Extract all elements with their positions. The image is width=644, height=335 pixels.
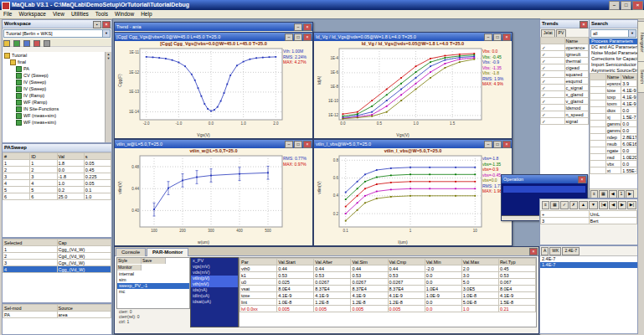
tree-item[interactable]: WF (meas+sim) — [3, 119, 106, 126]
save-icon[interactable] — [23, 40, 30, 47]
close-icon[interactable]: × — [529, 248, 538, 255]
search-pager-button[interactable]: ▦ — [599, 190, 608, 198]
table-row[interactable]: 3Bert — [541, 218, 637, 224]
column-header[interactable]: Rel.Typ — [498, 259, 535, 265]
table-row[interactable]: toxm4.1E-9 — [590, 100, 637, 107]
quickbar-button[interactable]: ✗ — [569, 201, 578, 209]
table-row[interactable]: lvl 0.0xx0.0050.0050.0050.0050.01.00.21 — [240, 306, 536, 312]
trend-strip-titlebar[interactable]: Trend - ania – × — [115, 23, 312, 31]
table-row[interactable]: toxe4.1E-94.1E-94.1E-94.1E-91.0E-91.0E-8… — [240, 292, 536, 299]
table-row[interactable]: vth00.440.440.440.44-2.02.00.45 — [240, 265, 536, 272]
signal-item[interactable]: vgs(mV) — [191, 264, 238, 270]
quickbar-button[interactable]: ▶ — [618, 201, 626, 209]
style-item[interactable]: swexp_PV_-1 — [117, 283, 189, 289]
operation-row[interactable] — [503, 186, 585, 193]
plot-canvas[interactable]: 1E-121E-101E-81E-61E-40.00.51.01.5 — [322, 47, 483, 127]
close-icon[interactable]: × — [303, 34, 312, 41]
trends-header[interactable]: Trends × — [540, 20, 589, 28]
table-row[interactable]: ✓n_speed — [541, 111, 589, 118]
value-item[interactable]: 1.4E-7 — [540, 262, 637, 268]
minimize-button[interactable]: – — [609, 1, 620, 10]
table-row[interactable]: xj1.5E-7 — [590, 114, 637, 121]
style-item[interactable]: mc — [117, 289, 189, 295]
close-icon[interactable]: × — [580, 21, 588, 28]
signal-item[interactable]: idsat(uA) — [191, 299, 238, 305]
console-status-line[interactable]: ctrl: 1 — [117, 319, 189, 324]
column-header[interactable]: Val.Sim — [351, 259, 388, 265]
table-row[interactable]: ✓igmeult — [541, 51, 589, 58]
refresh-icon[interactable] — [44, 40, 50, 47]
table-row[interactable]: epsrox3.9 — [590, 80, 637, 87]
signal-item[interactable]: vds(mV) — [191, 270, 238, 276]
column-header[interactable]: Save — [142, 258, 166, 264]
column-header[interactable]: Value — [621, 74, 637, 80]
column-header[interactable]: Val.Max — [461, 259, 498, 265]
table-row[interactable]: 111.80.05 — [3, 160, 111, 167]
table-row[interactable]: 220.00.45 — [3, 167, 111, 173]
sidebar-tab-navigator[interactable]: Navigator — [637, 21, 644, 64]
table-row[interactable]: ✓v_glamd — [541, 98, 589, 105]
maximize-button[interactable]: □ — [621, 1, 631, 10]
values-toolbar-button[interactable]: A — [541, 247, 549, 255]
signal-item[interactable]: ids(nA) — [191, 287, 238, 293]
column-header[interactable] — [590, 74, 606, 80]
quickbar-button[interactable]: ✓ — [560, 201, 569, 209]
plot-area[interactable]: [Cgg] Cgg_Vgs@vbs=0.0@W=45.0 L=45.0 T=25… — [115, 41, 312, 138]
console-tab[interactable]: PAR-Monitor — [147, 248, 188, 256]
column-header[interactable]: Par — [240, 259, 277, 265]
table-row[interactable]: ✓c_signal — [541, 85, 589, 91]
column-header[interactable]: Name — [564, 38, 589, 44]
table-row[interactable]: ✓operance — [541, 44, 589, 51]
table-row[interactable]: toxe4.1E-9 — [590, 87, 637, 94]
app-titlebar[interactable]: MaQLab V3.1 - C:\MaQLab\DemoSetup\OrTuto… — [0, 0, 644, 10]
plot-canvas[interactable]: 0.20.40.60.80.1110 — [322, 154, 483, 234]
signal-item[interactable]: x_PV — [191, 258, 238, 264]
table-row[interactable]: u00.0250.02670.02670.02670.05.00.067 — [240, 279, 536, 286]
minimize-icon[interactable]: – — [294, 23, 302, 31]
style-item[interactable]: internal — [117, 271, 189, 277]
search-filter-select[interactable]: all ▼ — [590, 29, 636, 38]
table-row[interactable]: nsub6.0E16 — [590, 141, 637, 147]
maximize-icon[interactable]: □ — [493, 34, 502, 41]
table-row[interactable]: vbx0.0 — [590, 161, 637, 168]
quickbar-button[interactable]: ▲ — [579, 201, 588, 209]
search-pager-button[interactable]: 1 — [618, 190, 626, 198]
table-row[interactable]: nsd1.0E20 — [590, 154, 637, 161]
menu-item[interactable]: Utilities — [68, 10, 92, 18]
plot-canvas[interactable]: 0.400.440.48100200300400500 — [123, 154, 284, 234]
pasweep-header[interactable]: PASweep — [3, 144, 111, 152]
signal-item[interactable]: vtlin(pV) — [191, 276, 238, 281]
quickbar-button[interactable]: ▶| — [627, 201, 636, 209]
column-header[interactable]: ID — [30, 153, 57, 160]
quickbar-button[interactable]: |◀ — [599, 201, 608, 209]
quickbar-button[interactable]: ▼ — [589, 201, 598, 209]
tree-item[interactable]: WF (meas+sim) — [3, 112, 106, 119]
search-category[interactable]: Corrections for Capacitance and Dep — [590, 56, 637, 62]
tree-item[interactable]: PA — [3, 65, 106, 72]
quickbar-button[interactable]: ▦ — [550, 201, 559, 209]
search-category[interactable]: Noise Model Parameters — [590, 50, 637, 56]
table-row[interactable]: 6625.01.0 — [3, 193, 111, 200]
plot-window-titlebar[interactable]: vtlin_l_vbs@W=5.0,T=25.0 –□× — [314, 140, 512, 148]
column-header[interactable]: Monitor — [117, 265, 142, 271]
column-header[interactable]: # — [3, 153, 30, 160]
column-header[interactable]: s — [84, 153, 111, 160]
close-icon[interactable]: × — [502, 141, 511, 148]
plot-area[interactable]: vtlin_w@L=5.0,T=25.0 0.400.440.481002003… — [115, 148, 312, 245]
column-header[interactable]: Val.Cmp — [388, 259, 425, 265]
tree-item[interactable]: IN Site-Functions — [3, 106, 106, 112]
table-row[interactable]: toxp4.1E-9 — [590, 94, 637, 100]
search-category[interactable]: DC and AC Parameters — [590, 44, 637, 50]
table-row[interactable]: gamma20.0 — [590, 127, 637, 134]
chevron-down-icon[interactable]: ▼ — [102, 30, 110, 37]
tree-item[interactable]: IV (Sweep) — [3, 79, 106, 85]
workspace-selector[interactable]: Tutorial [Berlin + WKS] ▼ — [3, 29, 111, 38]
table-row[interactable]: ✓cigead — [541, 64, 589, 71]
menu-item[interactable]: Help — [137, 10, 155, 18]
column-header[interactable]: Sel-mod — [3, 305, 58, 312]
quickbar-button[interactable]: ≡ — [542, 201, 549, 209]
table-row[interactable]: 33-1.80.225 — [3, 173, 111, 180]
column-header[interactable]: Val.After — [314, 259, 351, 265]
menu-item[interactable]: View — [49, 10, 68, 18]
values-toolbar-button[interactable]: WK — [549, 247, 561, 255]
